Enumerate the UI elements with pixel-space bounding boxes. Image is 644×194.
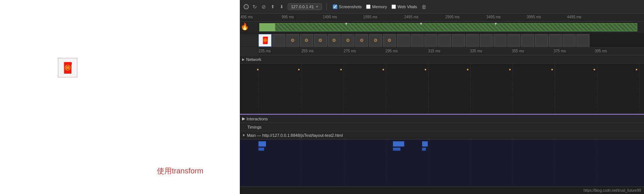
separator [326,3,327,10]
top-ruler: 495 ms 995 ms 1495 ms 1995 ms 2495 ms 29… [240,13,644,22]
screenshot-thumb-15[interactable] [466,34,479,47]
flame-icon: 🔥 [241,22,249,31]
network-dot-7: ● [551,67,554,70]
trash-icon[interactable]: 🗑 [421,4,427,10]
network-area: ● ● ● ● ● ● ● ● ● ● [240,64,644,114]
reload-icon[interactable]: ↻ [252,4,258,10]
ms-tick-315: 315 ms [428,49,440,53]
screenshot-thumb-22[interactable] [563,34,576,47]
memory-checkbox[interactable]: Memory [366,4,387,9]
screenshot-thumb-17[interactable] [493,34,507,47]
task-bar-0 [258,141,266,147]
tick-1495: 1495 ms [323,15,337,19]
left-panel: 🧧 使用transform [0,0,240,194]
tick-3995: 3995 ms [527,15,541,19]
network-dot-4: ● [424,67,427,70]
main-vertical-lines [240,139,644,187]
screenshot-thumb-19[interactable] [521,34,534,47]
screenshot-thumb-0[interactable]: 🧧 [258,34,272,47]
screenshots-checkbox[interactable]: Screenshots [333,4,362,9]
tick-995: 995 ms [282,15,294,19]
screenshot-thumb-7[interactable]: ⚙ [355,34,368,47]
screenshot-thumb-14[interactable] [452,34,465,47]
tick-2995: 2995 ms [445,15,459,19]
main-thread-label: Main — http://127.0.0.1:8848/jsTest/layo… [247,133,343,138]
devtools-panel: ↻ ⊘ ⬆ ⬇ 127.0.0.1 #1 ▼ Screenshots Memor… [240,0,644,194]
ms-tick-235: 235 ms [258,49,271,53]
transform-label: 使用transform [157,166,203,176]
screenshot-thumb-21[interactable] [549,34,562,47]
screenshot-thumb-6[interactable]: ⚙ [341,34,354,47]
ms-tick-255: 255 ms [301,49,314,53]
screenshot-thumb-18[interactable] [507,34,520,47]
marker-3: ▼ [494,22,498,26]
network-triangle-icon: ▶ [242,58,245,61]
network-label: Network [246,57,261,62]
ms-tick-355: 355 ms [512,49,524,53]
network-dot-6: ● [509,67,512,70]
memory-checkbox-input[interactable] [366,4,371,9]
green-bar [275,23,637,31]
network-dot-1: ● [298,67,301,70]
screenshot-thumb-16[interactable] [480,34,493,47]
record-icon[interactable] [244,4,249,9]
interactions-section-header[interactable]: ▶ Interactions [240,115,644,123]
tick-3495: 3495 ms [486,15,501,19]
task-bar-thin-2 [422,148,426,151]
url-badge[interactable]: 127.0.0.1 #1 ▼ [288,3,322,10]
screenshot-thumb-12[interactable] [424,34,437,47]
url-text: 127.0.0.1 #1 [291,4,314,9]
main-thread-area [240,139,644,187]
network-dot-3: ● [382,67,385,70]
tick-495: 495 ms [241,15,253,19]
timeline-overview[interactable]: 🔥 ▼ ▼ ▼ [240,22,644,33]
download-icon[interactable]: ⬇ [279,4,285,10]
network-dot-9: ● [635,67,638,70]
web-vitals-checkbox-input[interactable] [391,4,396,9]
screenshot-thumb-10[interactable] [397,34,410,47]
network-dot-5: ● [467,67,470,70]
screenshot-thumb-20[interactable] [535,34,548,47]
screenshot-thumb-8[interactable]: ⚙ [369,34,382,47]
network-section-header[interactable]: ▶ Network [240,55,644,64]
screenshot-thumb-5[interactable]: ⚙ [328,34,341,47]
status-url: https://blog.csdn.net/trust_future99 [583,188,641,193]
task-bar-thin-1 [393,148,400,151]
ms-tick-375: 375 ms [554,49,566,53]
task-bar-1 [393,141,404,147]
screenshot-thumb-11[interactable] [411,34,424,47]
screenshot-strip: 🧧 ⚙ ⚙ ⚙ ⚙ ⚙ ⚙ ⚙ [240,33,644,48]
network-dots-row: ● ● ● ● ● ● ● ● ● ● [240,65,644,72]
checkbox-group: Screenshots Memory Web Vitals [333,4,417,9]
preview-box: 🧧 [58,58,77,77]
web-vitals-checkbox[interactable]: Web Vitals [391,4,417,9]
upload-icon[interactable]: ⬆ [270,4,276,10]
marker-1: ▼ [344,22,348,26]
screenshot-thumb-4[interactable]: ⚙ [314,34,327,47]
screenshots-checkbox-input[interactable] [333,4,337,9]
dropdown-arrow-icon: ▼ [315,5,319,9]
screenshot-thumb-3[interactable]: ⚙ [300,34,313,47]
stop-icon[interactable]: ⊘ [261,4,267,10]
marker-2: ▼ [419,22,423,26]
toolbar: ↻ ⊘ ⬆ ⬇ 127.0.0.1 #1 ▼ Screenshots Memor… [240,0,644,13]
screenshot-thumb-9[interactable]: ⚙ [383,34,396,47]
task-bar-thin-0 [258,148,264,151]
timings-section-header[interactable]: Timings [240,123,644,131]
ms-tick-395: 395 ms [595,49,607,53]
preview-icon: 🧧 [61,62,74,74]
timings-label: Timings [242,125,261,129]
tick-4495: 4495 ms [567,15,581,19]
screenshot-thumb-23[interactable] [576,34,589,47]
network-dot-0: ● [257,67,260,70]
screenshot-thumb-2[interactable]: ⚙ [286,34,299,47]
status-bar: https://blog.csdn.net/trust_future99 [240,187,644,194]
selected-range[interactable] [259,23,275,31]
task-bar-2 [422,141,428,147]
network-dot-8: ● [593,67,596,70]
ms-tick-275: 275 ms [344,49,356,53]
main-thread-header[interactable]: ▼ Main — http://127.0.0.1:8848/jsTest/la… [240,131,644,139]
screenshot-thumb-1[interactable] [272,34,285,47]
screenshot-thumb-13[interactable] [438,34,451,47]
interactions-label: Interactions [247,117,268,121]
